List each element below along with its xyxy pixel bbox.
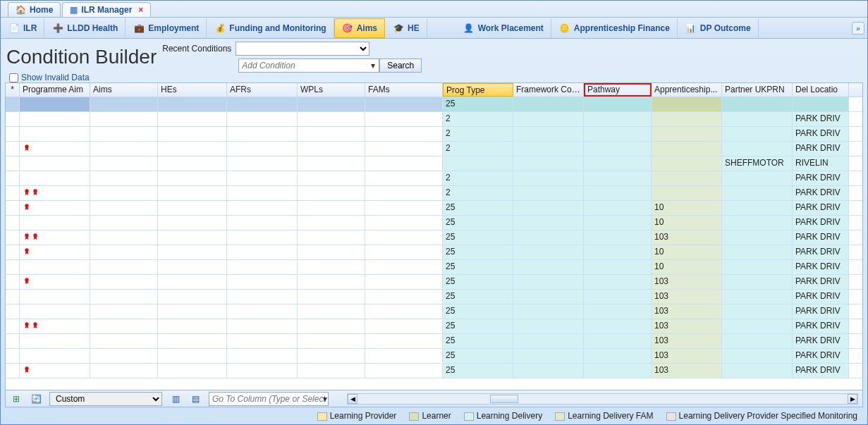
ribbon-lldd[interactable]: ➕LLDD Health xyxy=(44,18,126,38)
tab-home[interactable]: 🏠 Home xyxy=(8,2,61,17)
ribbon-he[interactable]: 🎓HE xyxy=(385,18,427,38)
table-row[interactable]: 25103PARK DRIV xyxy=(6,275,862,290)
ribbon-aims[interactable]: 🎯Aims xyxy=(334,18,385,38)
table-row[interactable]: 25103PARK DRIV xyxy=(6,230,862,245)
layout-icon-1[interactable]: ▥ xyxy=(169,393,182,405)
table-row[interactable]: 2PARK DRIV xyxy=(6,186,862,201)
table-row[interactable]: 2510PARK DRIV xyxy=(6,201,862,216)
col-hes[interactable]: HEs xyxy=(158,83,227,97)
col-programme-aim[interactable]: Programme Aim xyxy=(20,83,90,97)
cell-del-location: PARK DRIV xyxy=(793,334,849,348)
show-invalid-checkbox[interactable]: Show Invalid Data xyxy=(1,73,867,82)
tab-ilr-manager[interactable]: ▦ ILR Manager × xyxy=(62,2,151,17)
rosette-icon xyxy=(23,321,39,329)
table-row[interactable]: 2510PARK DRIV xyxy=(6,245,862,260)
grid-body[interactable]: 25 2PARK DRIV2PARK DRIV2PARK DRIVSHEFFMO… xyxy=(6,97,862,390)
table-row[interactable]: 25103PARK DRIV xyxy=(6,319,862,334)
cell-apprenticeship xyxy=(652,171,722,185)
view-select[interactable]: Custom xyxy=(49,392,162,406)
ribbon-funding[interactable]: 💰Funding and Monitoring xyxy=(207,18,334,38)
col-pathway[interactable]: Pathway xyxy=(584,83,652,97)
recent-conditions-select[interactable] xyxy=(236,42,369,56)
table-row[interactable]: SHEFFMOTORRIVELIN xyxy=(6,156,862,171)
table-row[interactable]: 2PARK DRIV xyxy=(6,142,862,156)
cell-programme-aim xyxy=(20,171,90,185)
col-framework-code[interactable]: Framework Code xyxy=(513,83,584,97)
ribbon-employment[interactable]: 💼Employment xyxy=(126,18,207,38)
table-row[interactable]: 2510PARK DRIV xyxy=(6,216,862,230)
scroll-thumb[interactable] xyxy=(490,395,518,403)
briefcase-icon: 💼 xyxy=(133,23,145,34)
export-excel-icon[interactable]: ⊞ xyxy=(10,393,23,405)
cell-programme-aim xyxy=(20,349,90,363)
rosette-icon xyxy=(23,202,31,211)
tab-ilr-manager-label: ILR Manager xyxy=(81,5,132,15)
col-prog-type[interactable]: Prog Type xyxy=(443,83,513,97)
scroll-right-icon[interactable]: ▶ xyxy=(848,394,857,404)
col-partner-ukprn[interactable]: Partner UKPRN xyxy=(722,83,793,97)
table-row[interactable]: 25103PARK DRIV xyxy=(6,334,862,349)
table-row[interactable]: 2PARK DRIV xyxy=(6,112,862,127)
goto-column-input[interactable] xyxy=(209,392,329,406)
target-icon: 🎯 xyxy=(342,23,353,34)
cell-apprenticeship: 10 xyxy=(652,245,722,259)
cell-partner-ukprn: SHEFFMOTOR xyxy=(722,156,793,171)
cell-programme-aim xyxy=(20,334,90,348)
cell-apprenticeship: 103 xyxy=(652,319,722,333)
filter-prog-type[interactable]: 25 xyxy=(443,97,513,111)
cell-apprenticeship: 10 xyxy=(652,260,722,274)
add-condition-input[interactable] xyxy=(238,58,379,73)
col-apprenticeship[interactable]: Apprenticeship... xyxy=(652,83,722,97)
table-row[interactable]: 2PARK DRIV xyxy=(6,127,862,142)
rosette-icon xyxy=(23,276,31,285)
col-del-location[interactable]: Del Locatio xyxy=(793,83,849,97)
legend-fam: Learning Delivery FAM xyxy=(555,411,653,421)
swatch-learning-provider xyxy=(317,412,327,421)
page-title: Condition Builder xyxy=(6,46,157,68)
show-invalid-input[interactable] xyxy=(9,73,18,82)
col-afrs[interactable]: AFRs xyxy=(227,83,298,97)
ribbon-appr-finance[interactable]: 🪙Apprenticeship Finance xyxy=(551,18,678,38)
chevron-down-icon[interactable]: ▾ xyxy=(323,394,327,404)
table-row[interactable]: 25103PARK DRIV xyxy=(6,290,862,304)
cell-apprenticeship: 10 xyxy=(652,216,722,230)
rosette-icon xyxy=(23,143,31,152)
refresh-icon[interactable]: 🔄 xyxy=(30,393,42,405)
cell-prog-type: 25 xyxy=(443,304,513,319)
layout-icon-2[interactable]: ▤ xyxy=(189,393,202,405)
close-icon[interactable]: × xyxy=(138,5,143,15)
table-row[interactable]: 25103PARK DRIV xyxy=(6,364,862,378)
cell-programme-aim xyxy=(20,142,90,156)
cell-apprenticeship xyxy=(652,127,722,141)
cell-programme-aim xyxy=(20,186,90,200)
grid-filter-row[interactable]: 25 xyxy=(6,97,862,112)
table-row[interactable]: 25103PARK DRIV xyxy=(6,349,862,364)
table-row[interactable]: 2PARK DRIV xyxy=(6,171,862,186)
table-row[interactable]: 25103PARK DRIV xyxy=(6,304,862,319)
legend-lp: Learning Provider xyxy=(317,411,397,421)
grid-icon: ▦ xyxy=(70,5,78,15)
col-aims[interactable]: Aims xyxy=(90,83,158,97)
cell-del-location: PARK DRIV xyxy=(793,230,849,245)
cell-apprenticeship: 10 xyxy=(652,201,722,215)
horizontal-scrollbar[interactable]: ◀ ▶ xyxy=(347,393,858,405)
cell-apprenticeship: 103 xyxy=(652,364,722,378)
cell-del-location: PARK DRIV xyxy=(793,275,849,289)
col-fams[interactable]: FAMs xyxy=(365,83,443,97)
ribbon-expand-icon[interactable]: » xyxy=(852,22,864,35)
table-row[interactable]: 2510PARK DRIV xyxy=(6,260,862,275)
scroll-left-icon[interactable]: ◀ xyxy=(348,394,357,404)
ribbon-work-placement[interactable]: 👤Work Placement xyxy=(456,18,551,38)
cell-prog-type: 25 xyxy=(443,201,513,215)
col-star[interactable]: * xyxy=(6,83,20,97)
grid-header-row: * Programme Aim Aims HEs AFRs WPLs FAMs … xyxy=(6,83,862,97)
cell-partner-ukprn xyxy=(722,304,793,319)
cell-programme-aim xyxy=(20,112,90,126)
cell-programme-aim xyxy=(20,319,90,333)
cell-prog-type: 25 xyxy=(443,334,513,348)
cell-programme-aim xyxy=(20,290,90,304)
col-wpls[interactable]: WPLs xyxy=(298,83,365,97)
ribbon-ilr[interactable]: 📄ILR xyxy=(1,18,44,38)
ribbon-dp-outcome[interactable]: 📊DP Outcome xyxy=(678,18,759,38)
search-button[interactable]: Search xyxy=(379,58,422,73)
